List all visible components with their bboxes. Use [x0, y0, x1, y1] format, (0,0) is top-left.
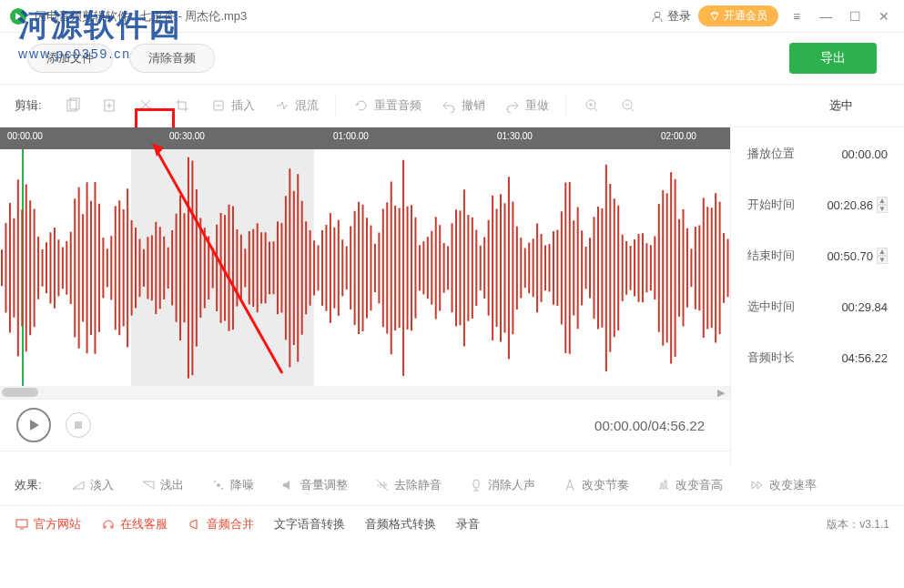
- svg-point-12: [221, 488, 223, 490]
- svg-rect-13: [473, 480, 479, 488]
- scrollbar-thumb[interactable]: [2, 388, 38, 397]
- ruler-tick: 02:00.00: [661, 131, 696, 141]
- version-label: 版本：v3.1.1: [827, 517, 889, 532]
- zoom-out-icon: [621, 98, 635, 113]
- speed-icon: [750, 478, 765, 492]
- monitor-icon: [15, 517, 29, 532]
- fade-out-icon: [141, 478, 156, 492]
- vip-button[interactable]: 开通会员: [698, 5, 778, 26]
- ruler-tick: 00:30.00: [169, 131, 205, 141]
- fade-out-button[interactable]: 浅出: [132, 477, 193, 493]
- ruler-tick: 01:30.00: [497, 131, 533, 141]
- export-button[interactable]: 导出: [789, 43, 877, 74]
- paste-button[interactable]: [91, 96, 127, 115]
- record-link[interactable]: 录音: [456, 516, 480, 532]
- maximize-button[interactable]: ☐: [844, 5, 866, 27]
- svg-point-6: [147, 107, 151, 111]
- side-panel: 播放位置 00:00.00 开始时间 00:20.86 ▲▼ 结束时间 00:5…: [731, 127, 904, 464]
- fade-in-button[interactable]: 淡入: [62, 477, 123, 493]
- stop-icon: [74, 421, 83, 430]
- redo-button[interactable]: 重做: [494, 96, 558, 115]
- play-position-row: 播放位置 00:00.00: [747, 146, 888, 162]
- pitch-icon: [656, 478, 671, 492]
- waveform[interactable]: [0, 149, 730, 386]
- play-button[interactable]: [16, 408, 51, 442]
- duration-row: 音频时长 04:56.22: [747, 350, 888, 366]
- start-time-value: 00:20.86: [827, 198, 873, 212]
- menu-button[interactable]: ≡: [786, 5, 808, 27]
- zoom-in-button[interactable]: [574, 96, 610, 115]
- undo-button[interactable]: 撤销: [431, 96, 494, 115]
- denoise-button[interactable]: 降噪: [202, 477, 263, 493]
- waveform-svg: [0, 149, 730, 387]
- crop-button[interactable]: [164, 96, 200, 115]
- app-icon: [9, 7, 27, 25]
- insert-icon: [211, 98, 226, 113]
- volume-button[interactable]: 音量调整: [272, 477, 357, 493]
- ruler-tick: 01:00.00: [333, 131, 369, 141]
- play-position-value: 00:00.00: [841, 147, 888, 161]
- close-button[interactable]: ✕: [873, 5, 895, 27]
- change-speed-button[interactable]: 改变速率: [741, 477, 826, 493]
- cut-button[interactable]: [127, 96, 164, 115]
- svg-point-1: [655, 12, 660, 17]
- user-icon: [651, 10, 664, 23]
- fade-in-icon: [71, 478, 86, 492]
- login-button[interactable]: 登录: [651, 8, 691, 25]
- minimize-button[interactable]: —: [815, 5, 837, 27]
- time-display: 00:00.00/04:56.22: [594, 418, 705, 433]
- action-row: 添加文件 清除音频 导出: [0, 33, 904, 84]
- mix-button[interactable]: 混流: [264, 96, 328, 115]
- megaphone-icon: [188, 517, 202, 532]
- customer-service-link[interactable]: 在线客服: [101, 516, 168, 532]
- effects-row: 效果: 淡入 浅出 降噪 音量调整 去除静音 消除人声 改变节奏 改变音高 改变…: [0, 464, 904, 506]
- denoise-icon: [211, 478, 226, 492]
- reset-button[interactable]: 重置音频: [343, 96, 431, 115]
- svg-point-10: [217, 483, 220, 487]
- edit-toolbar: 剪辑: 插入 混流 重置音频 撤销 重做 选中: [0, 84, 904, 127]
- insert-button[interactable]: 插入: [200, 96, 264, 115]
- start-time-spinner[interactable]: ▲▼: [877, 197, 888, 213]
- crop-icon: [174, 97, 190, 114]
- zoom-out-button[interactable]: [610, 96, 646, 115]
- selected-heading: 选中: [829, 97, 853, 114]
- clear-audio-button[interactable]: 清除音频: [129, 44, 215, 73]
- bottom-bar: 官方网站 在线客服 音频合并 文字语音转换 音频格式转换 录音 版本：v3.1.…: [0, 506, 904, 542]
- duration-value: 04:56.22: [841, 351, 888, 365]
- change-pitch-button[interactable]: 改变音高: [647, 477, 732, 493]
- waveform-scrollbar[interactable]: ▶: [0, 386, 730, 399]
- selection-time-value: 00:29.84: [841, 300, 888, 314]
- official-site-link[interactable]: 官方网站: [15, 516, 81, 532]
- start-time-label: 开始时间: [747, 197, 795, 213]
- svg-rect-9: [75, 421, 82, 429]
- svg-rect-14: [16, 520, 27, 527]
- scissors-icon: [137, 97, 154, 114]
- copy-button[interactable]: [55, 96, 91, 115]
- tts-link[interactable]: 文字语音转换: [274, 516, 345, 532]
- paste-icon: [101, 97, 117, 114]
- reset-icon: [354, 98, 369, 113]
- timeline-ruler[interactable]: 00:00.00 00:30.00 01:00.00 01:30.00 02:0…: [0, 127, 730, 149]
- svg-point-11: [214, 481, 216, 482]
- end-time-label: 结束时间: [747, 248, 795, 264]
- scroll-right-arrow[interactable]: ▶: [717, 387, 725, 399]
- remove-silence-button[interactable]: 去除静音: [366, 477, 451, 493]
- audio-merge-link[interactable]: 音频合并: [188, 516, 254, 532]
- format-convert-link[interactable]: 音频格式转换: [365, 516, 436, 532]
- stop-button[interactable]: [66, 412, 91, 438]
- zoom-in-icon: [584, 98, 599, 113]
- change-tempo-button[interactable]: 改变节奏: [554, 477, 638, 493]
- tempo-icon: [563, 478, 577, 492]
- silence-icon: [375, 478, 390, 492]
- play-position-label: 播放位置: [747, 146, 795, 162]
- ruler-tick: 00:00.00: [7, 131, 43, 141]
- headset-icon: [101, 517, 116, 532]
- play-controls: 00:00.00/04:56.22: [0, 399, 730, 451]
- mix-icon: [275, 98, 289, 113]
- duration-label: 音频时长: [747, 350, 795, 366]
- undo-icon: [442, 98, 456, 113]
- end-time-spinner[interactable]: ▲▼: [877, 248, 888, 264]
- remove-vocal-button[interactable]: 消除人声: [460, 477, 544, 493]
- add-file-button[interactable]: 添加文件: [27, 44, 113, 73]
- play-icon: [27, 419, 40, 431]
